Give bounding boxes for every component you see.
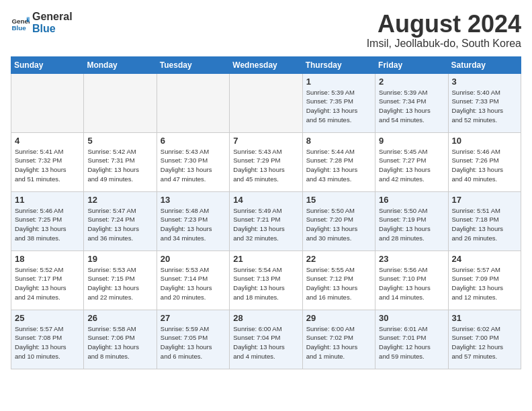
day-info: Sunrise: 5:58 AM Sunset: 7:06 PM Dayligh…	[87, 324, 152, 361]
day-number: 4	[15, 136, 80, 146]
day-header-thursday: Thursday	[302, 56, 375, 73]
calendar-cell: 17Sunrise: 5:51 AM Sunset: 7:18 PM Dayli…	[448, 191, 521, 250]
day-number: 14	[233, 195, 298, 205]
day-info: Sunrise: 5:56 AM Sunset: 7:10 PM Dayligh…	[379, 265, 444, 302]
day-number: 12	[87, 195, 152, 205]
day-info: Sunrise: 5:48 AM Sunset: 7:23 PM Dayligh…	[161, 206, 226, 243]
day-info: Sunrise: 6:00 AM Sunset: 7:02 PM Dayligh…	[306, 324, 371, 361]
day-info: Sunrise: 5:49 AM Sunset: 7:21 PM Dayligh…	[233, 206, 298, 243]
week-row: 4Sunrise: 5:41 AM Sunset: 7:32 PM Daylig…	[11, 132, 521, 191]
calendar-table: SundayMondayTuesdayWednesdayThursdayFrid…	[11, 56, 521, 369]
day-number: 30	[379, 313, 444, 323]
calendar-cell: 24Sunrise: 5:57 AM Sunset: 7:09 PM Dayli…	[448, 250, 521, 310]
day-number: 22	[306, 254, 371, 264]
calendar-cell: 16Sunrise: 5:50 AM Sunset: 7:19 PM Dayli…	[375, 191, 448, 250]
day-number: 15	[306, 195, 371, 205]
calendar-cell: 31Sunrise: 6:02 AM Sunset: 7:00 PM Dayli…	[448, 310, 521, 369]
calendar-cell: 10Sunrise: 5:46 AM Sunset: 7:26 PM Dayli…	[448, 132, 521, 191]
week-row: 1Sunrise: 5:39 AM Sunset: 7:35 PM Daylig…	[11, 73, 521, 132]
day-number: 19	[87, 254, 152, 264]
month-title: August 2024	[367, 11, 521, 38]
calendar-cell: 21Sunrise: 5:54 AM Sunset: 7:13 PM Dayli…	[230, 250, 302, 310]
week-row: 18Sunrise: 5:52 AM Sunset: 7:17 PM Dayli…	[11, 250, 521, 310]
calendar-cell: 27Sunrise: 5:59 AM Sunset: 7:05 PM Dayli…	[157, 310, 229, 369]
day-info: Sunrise: 5:39 AM Sunset: 7:35 PM Dayligh…	[306, 88, 371, 125]
day-header-friday: Friday	[375, 56, 448, 73]
day-info: Sunrise: 5:50 AM Sunset: 7:19 PM Dayligh…	[379, 206, 444, 243]
day-info: Sunrise: 5:39 AM Sunset: 7:34 PM Dayligh…	[379, 88, 444, 125]
logo-general: General	[32, 11, 73, 23]
day-number: 28	[233, 313, 298, 323]
logo: General Blue General Blue	[11, 11, 73, 34]
day-info: Sunrise: 5:42 AM Sunset: 7:31 PM Dayligh…	[87, 147, 152, 184]
day-info: Sunrise: 6:02 AM Sunset: 7:00 PM Dayligh…	[452, 324, 517, 361]
day-header-tuesday: Tuesday	[157, 56, 229, 73]
day-number: 21	[233, 254, 298, 264]
week-row: 25Sunrise: 5:57 AM Sunset: 7:08 PM Dayli…	[11, 310, 521, 369]
day-number: 16	[379, 195, 444, 205]
day-header-monday: Monday	[84, 56, 157, 73]
day-number: 31	[452, 313, 517, 323]
day-number: 18	[15, 254, 80, 264]
day-number: 27	[161, 313, 226, 323]
day-number: 2	[379, 77, 444, 87]
day-header-saturday: Saturday	[448, 56, 521, 73]
day-info: Sunrise: 5:45 AM Sunset: 7:27 PM Dayligh…	[379, 147, 444, 184]
day-info: Sunrise: 5:54 AM Sunset: 7:13 PM Dayligh…	[233, 265, 298, 302]
calendar-cell: 28Sunrise: 6:00 AM Sunset: 7:04 PM Dayli…	[230, 310, 302, 369]
day-info: Sunrise: 5:44 AM Sunset: 7:28 PM Dayligh…	[306, 147, 371, 184]
header-row: SundayMondayTuesdayWednesdayThursdayFrid…	[11, 56, 521, 73]
day-info: Sunrise: 5:46 AM Sunset: 7:25 PM Dayligh…	[15, 206, 80, 243]
calendar-cell: 29Sunrise: 6:00 AM Sunset: 7:02 PM Dayli…	[302, 310, 375, 369]
day-info: Sunrise: 5:50 AM Sunset: 7:20 PM Dayligh…	[306, 206, 371, 243]
day-info: Sunrise: 5:53 AM Sunset: 7:15 PM Dayligh…	[87, 265, 152, 302]
day-info: Sunrise: 5:55 AM Sunset: 7:12 PM Dayligh…	[306, 265, 371, 302]
logo-blue: Blue	[32, 23, 73, 35]
day-info: Sunrise: 5:57 AM Sunset: 7:08 PM Dayligh…	[15, 324, 80, 361]
logo-icon: General Blue	[11, 13, 30, 32]
calendar-cell: 18Sunrise: 5:52 AM Sunset: 7:17 PM Dayli…	[11, 250, 84, 310]
day-info: Sunrise: 5:52 AM Sunset: 7:17 PM Dayligh…	[15, 265, 80, 302]
day-number: 13	[161, 195, 226, 205]
calendar-cell: 22Sunrise: 5:55 AM Sunset: 7:12 PM Dayli…	[302, 250, 375, 310]
day-info: Sunrise: 5:59 AM Sunset: 7:05 PM Dayligh…	[161, 324, 226, 361]
header: General Blue General Blue August 2024 Im…	[11, 11, 521, 50]
day-number: 8	[306, 136, 371, 146]
day-info: Sunrise: 5:46 AM Sunset: 7:26 PM Dayligh…	[452, 147, 517, 184]
day-number: 9	[379, 136, 444, 146]
calendar-cell: 12Sunrise: 5:47 AM Sunset: 7:24 PM Dayli…	[84, 191, 157, 250]
week-row: 11Sunrise: 5:46 AM Sunset: 7:25 PM Dayli…	[11, 191, 521, 250]
day-info: Sunrise: 5:51 AM Sunset: 7:18 PM Dayligh…	[452, 206, 517, 243]
calendar-cell: 13Sunrise: 5:48 AM Sunset: 7:23 PM Dayli…	[157, 191, 229, 250]
day-info: Sunrise: 5:47 AM Sunset: 7:24 PM Dayligh…	[87, 206, 152, 243]
day-header-wednesday: Wednesday	[230, 56, 302, 73]
calendar-cell: 30Sunrise: 6:01 AM Sunset: 7:01 PM Dayli…	[375, 310, 448, 369]
day-info: Sunrise: 6:00 AM Sunset: 7:04 PM Dayligh…	[233, 324, 298, 361]
day-number: 10	[452, 136, 517, 146]
calendar-cell: 8Sunrise: 5:44 AM Sunset: 7:28 PM Daylig…	[302, 132, 375, 191]
day-number: 25	[15, 313, 80, 323]
title-area: August 2024 Imsil, Jeollabuk-do, South K…	[367, 11, 521, 50]
day-number: 29	[306, 313, 371, 323]
day-info: Sunrise: 6:01 AM Sunset: 7:01 PM Dayligh…	[379, 324, 444, 361]
calendar-cell: 26Sunrise: 5:58 AM Sunset: 7:06 PM Dayli…	[84, 310, 157, 369]
location-subtitle: Imsil, Jeollabuk-do, South Korea	[367, 38, 521, 50]
day-number: 26	[87, 313, 152, 323]
calendar-cell: 20Sunrise: 5:53 AM Sunset: 7:14 PM Dayli…	[157, 250, 229, 310]
calendar-cell: 11Sunrise: 5:46 AM Sunset: 7:25 PM Dayli…	[11, 191, 84, 250]
day-number: 24	[452, 254, 517, 264]
day-info: Sunrise: 5:43 AM Sunset: 7:30 PM Dayligh…	[161, 147, 226, 184]
day-number: 23	[379, 254, 444, 264]
day-number: 6	[161, 136, 226, 146]
calendar-cell: 23Sunrise: 5:56 AM Sunset: 7:10 PM Dayli…	[375, 250, 448, 310]
day-header-sunday: Sunday	[11, 56, 84, 73]
day-number: 17	[452, 195, 517, 205]
day-info: Sunrise: 5:40 AM Sunset: 7:33 PM Dayligh…	[452, 88, 517, 125]
day-info: Sunrise: 5:41 AM Sunset: 7:32 PM Dayligh…	[15, 147, 80, 184]
calendar-cell: 15Sunrise: 5:50 AM Sunset: 7:20 PM Dayli…	[302, 191, 375, 250]
calendar-cell: 5Sunrise: 5:42 AM Sunset: 7:31 PM Daylig…	[84, 132, 157, 191]
calendar-cell: 14Sunrise: 5:49 AM Sunset: 7:21 PM Dayli…	[230, 191, 302, 250]
day-info: Sunrise: 5:53 AM Sunset: 7:14 PM Dayligh…	[161, 265, 226, 302]
calendar-cell	[157, 73, 229, 132]
calendar-cell: 25Sunrise: 5:57 AM Sunset: 7:08 PM Dayli…	[11, 310, 84, 369]
